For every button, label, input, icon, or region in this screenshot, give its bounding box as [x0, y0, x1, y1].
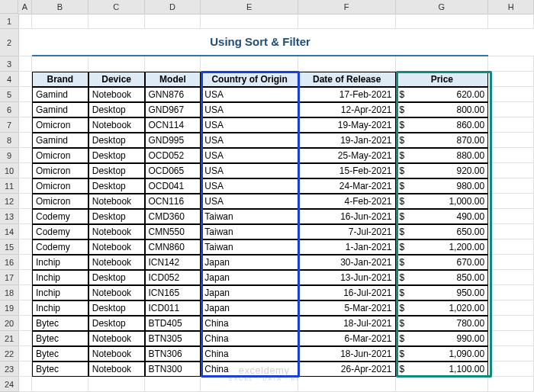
col-header-d[interactable]: D — [145, 0, 201, 14]
col-header-b[interactable]: B — [32, 0, 88, 14]
row-header[interactable]: 6 — [0, 102, 18, 117]
cell-price[interactable]: $670.00 — [396, 255, 489, 270]
cell-brand[interactable]: Inchip — [32, 285, 88, 300]
row-header[interactable]: 20 — [0, 316, 18, 331]
cell-device[interactable]: Notebook — [88, 346, 145, 361]
row-header[interactable]: 11 — [0, 178, 18, 194]
cell[interactable] — [18, 163, 32, 178]
cell[interactable] — [145, 377, 201, 392]
cell-device[interactable]: Desktop — [88, 163, 145, 178]
cell-model[interactable]: BTN305 — [145, 331, 201, 346]
cell[interactable] — [488, 316, 534, 331]
row-header[interactable]: 12 — [0, 194, 18, 209]
cell-device[interactable]: Notebook — [88, 255, 145, 270]
cell-device[interactable]: Desktop — [88, 316, 145, 331]
cell-country[interactable]: USA — [201, 148, 298, 163]
cell-device[interactable]: Desktop — [88, 270, 145, 285]
cell-model[interactable]: CMN550 — [145, 224, 201, 239]
cell[interactable] — [18, 194, 32, 209]
cell[interactable] — [18, 361, 32, 377]
row-header[interactable]: 17 — [0, 270, 18, 285]
cell-price[interactable]: $950.00 — [396, 285, 489, 300]
cell-date[interactable]: 24-Mar-2021 — [298, 178, 396, 194]
cell[interactable] — [88, 377, 145, 392]
page-title[interactable]: Using Sort & Filter — [32, 29, 488, 56]
cell-brand[interactable]: Bytec — [32, 331, 88, 346]
cell-model[interactable]: GND967 — [145, 102, 201, 117]
cell[interactable] — [18, 209, 32, 224]
cell-date[interactable]: 12-Apr-2021 — [298, 102, 396, 117]
cell-date[interactable]: 18-Jun-2021 — [298, 346, 396, 361]
cell[interactable] — [18, 148, 32, 163]
cell-date[interactable]: 4-Feb-2021 — [298, 194, 396, 209]
cell[interactable] — [488, 270, 534, 285]
cell-model[interactable]: CMD360 — [145, 209, 201, 224]
cell-device[interactable]: Desktop — [88, 178, 145, 194]
cell[interactable] — [18, 56, 32, 72]
cell-device[interactable]: Notebook — [88, 239, 145, 255]
cell-date[interactable]: 5-Mar-2021 — [298, 300, 396, 316]
cell-price[interactable]: $860.00 — [396, 117, 489, 133]
cell-model[interactable]: OCD041 — [145, 178, 201, 194]
cell-price[interactable]: $800.00 — [396, 102, 489, 117]
cell-device[interactable]: Notebook — [88, 285, 145, 300]
cell-date[interactable]: 18-Jul-2021 — [298, 316, 396, 331]
cell[interactable] — [32, 14, 88, 29]
cell[interactable] — [18, 285, 32, 300]
cell-model[interactable]: ICN165 — [145, 285, 201, 300]
header-brand[interactable]: Brand — [32, 72, 88, 87]
cell[interactable] — [32, 56, 88, 72]
cell[interactable] — [298, 14, 396, 29]
cell-price[interactable]: $1,200.00 — [396, 239, 489, 255]
cell-date[interactable]: 19-May-2021 — [298, 117, 396, 133]
cell-device[interactable]: Desktop — [88, 209, 145, 224]
cell[interactable] — [18, 224, 32, 239]
cell[interactable] — [18, 239, 32, 255]
cell[interactable] — [201, 14, 298, 29]
cell[interactable] — [488, 300, 534, 316]
row-header[interactable]: 2 — [0, 29, 18, 56]
cell-price[interactable]: $650.00 — [396, 224, 489, 239]
cell-country[interactable]: Japan — [201, 285, 298, 300]
cell-model[interactable]: GND995 — [145, 133, 201, 148]
cell-country[interactable]: Japan — [201, 270, 298, 285]
cell-country[interactable]: USA — [201, 194, 298, 209]
cell-model[interactable]: ICD052 — [145, 270, 201, 285]
cell[interactable] — [488, 117, 534, 133]
cell[interactable] — [488, 72, 534, 87]
col-header-f[interactable]: F — [298, 0, 396, 14]
cell-price[interactable]: $990.00 — [396, 331, 489, 346]
cell-price[interactable]: $850.00 — [396, 270, 489, 285]
cell-device[interactable]: Notebook — [88, 224, 145, 239]
cell-model[interactable]: OCD052 — [145, 148, 201, 163]
cell[interactable] — [88, 14, 145, 29]
cell-date[interactable]: 1-Jan-2021 — [298, 239, 396, 255]
cell-device[interactable]: Notebook — [88, 87, 145, 102]
cell-model[interactable]: BTN306 — [145, 346, 201, 361]
cell-brand[interactable]: Inchip — [32, 270, 88, 285]
cell[interactable] — [18, 377, 32, 392]
cell-country[interactable]: China — [201, 346, 298, 361]
cell-price[interactable]: $620.00 — [396, 87, 489, 102]
cell[interactable] — [396, 56, 489, 72]
cell-brand[interactable]: Omicron — [32, 178, 88, 194]
row-header[interactable]: 7 — [0, 117, 18, 133]
row-header[interactable]: 14 — [0, 224, 18, 239]
cell-model[interactable]: OCN116 — [145, 194, 201, 209]
cell[interactable] — [488, 209, 534, 224]
cell-country[interactable]: USA — [201, 102, 298, 117]
cell-country[interactable]: USA — [201, 87, 298, 102]
cell[interactable] — [488, 178, 534, 194]
cell-country[interactable]: Taiwan — [201, 209, 298, 224]
row-header[interactable]: 21 — [0, 331, 18, 346]
cell-date[interactable]: 13-Jun-2021 — [298, 270, 396, 285]
header-device[interactable]: Device — [88, 72, 145, 87]
cell-price[interactable]: $1,000.00 — [396, 194, 489, 209]
cell-country[interactable]: Taiwan — [201, 224, 298, 239]
cell-price[interactable]: $1,090.00 — [396, 346, 489, 361]
cell[interactable] — [488, 377, 534, 392]
cell-device[interactable]: Desktop — [88, 102, 145, 117]
cell-date[interactable]: 6-Mar-2021 — [298, 331, 396, 346]
cell[interactable] — [88, 56, 145, 72]
cell[interactable] — [488, 102, 534, 117]
